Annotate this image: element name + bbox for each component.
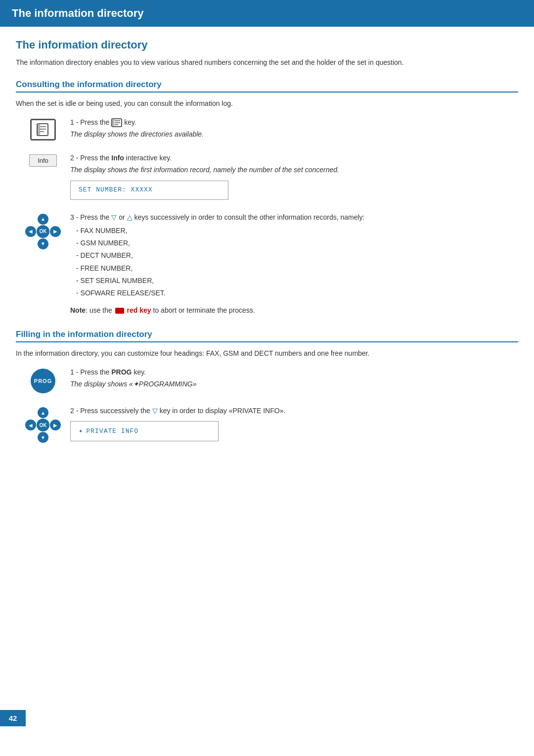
page-header: The information directory bbox=[0, 0, 534, 27]
step-3-or: or bbox=[119, 213, 125, 221]
step-3-icon-area: ▲ ▼ ◀ ▶ OK bbox=[16, 212, 70, 249]
nav-pad-inner-2: ▲ ▼ ◀ ▶ OK bbox=[25, 407, 61, 443]
filling-step-2-text: 2 - Press successively the ▽ key in orde… bbox=[70, 405, 518, 441]
page-title: The information directory bbox=[16, 39, 518, 51]
step-1-key bbox=[111, 118, 124, 126]
step-2-key-suffix: interactive key. bbox=[126, 154, 172, 162]
arrow-down-icon-2: ▽ bbox=[152, 405, 158, 416]
nav-up-button-2[interactable]: ▲ bbox=[38, 407, 48, 418]
step-2-icon-area: Info bbox=[16, 152, 70, 167]
navigation-pad-2: ▲ ▼ ◀ ▶ OK bbox=[25, 407, 61, 443]
record-fax: - FAX NUMBER, bbox=[76, 225, 518, 237]
note-suffix: to abort or terminate the process. bbox=[153, 306, 255, 314]
note-line: Note: use the red key to abort or termin… bbox=[70, 305, 518, 316]
red-key-icon bbox=[115, 308, 124, 314]
nav-down-button[interactable]: ▼ bbox=[38, 238, 48, 249]
set-number-display: SET NUMBER: XXXXX bbox=[70, 181, 228, 200]
step-1-key-suffix: key. bbox=[124, 118, 136, 126]
nav-down-button-2[interactable]: ▼ bbox=[38, 432, 48, 443]
nav-left-button[interactable]: ◀ bbox=[25, 226, 36, 237]
record-serial: - SET SERIAL NUMBER, bbox=[76, 275, 518, 287]
filling-step-1-icon: PROG bbox=[16, 367, 70, 393]
step-2-text: 2 - Press the Info interactive key. The … bbox=[70, 152, 518, 200]
record-dect: - DECT NUMBER, bbox=[76, 249, 518, 262]
header-title: The information directory bbox=[12, 7, 143, 19]
nav-left-button-2[interactable]: ◀ bbox=[25, 420, 36, 430]
svg-rect-6 bbox=[112, 119, 114, 127]
step-1-prefix: 1 - Press the bbox=[70, 118, 109, 126]
filling-heading: Filling in the information directory bbox=[16, 330, 518, 342]
intro-text: The information directory enables you to… bbox=[16, 57, 518, 68]
consulting-heading: Consulting the information directory bbox=[16, 80, 518, 93]
navigation-pad: ▲ ▼ ◀ ▶ OK bbox=[25, 214, 61, 249]
nav-ok-button[interactable]: OK bbox=[37, 225, 49, 238]
nav-ok-button-2[interactable]: OK bbox=[37, 419, 49, 431]
step-1-text: 1 - Press the key. The display shows the… bbox=[70, 117, 518, 140]
step-2-prefix: 2 - Press the bbox=[70, 154, 109, 162]
step-1-italic: The display shows the directories availa… bbox=[70, 129, 518, 140]
prog-key-button[interactable]: PROG bbox=[31, 369, 55, 393]
page-number: 42 bbox=[9, 714, 17, 722]
step-2-italic: The display shows the first information … bbox=[70, 164, 518, 175]
filling-intro: In the information directory, you can cu… bbox=[16, 348, 518, 359]
filling-step-1-italic: The display shows «✦PROGRAMMING» bbox=[70, 378, 518, 389]
note-label: Note bbox=[70, 306, 86, 314]
fill-step1-suffix: key. bbox=[134, 368, 146, 376]
step-3-prefix: 3 - Press the bbox=[70, 213, 109, 221]
filling-step-2-icon: ▲ ▼ ◀ ▶ OK bbox=[16, 405, 70, 443]
directory-key-icon bbox=[30, 119, 56, 141]
fill-step2-suffix: key in order to display «PRIVATE INFO». bbox=[160, 407, 286, 415]
nav-pad-inner: ▲ ▼ ◀ ▶ OK bbox=[25, 214, 61, 249]
nav-up-button[interactable]: ▲ bbox=[38, 214, 48, 225]
info-key-button[interactable]: Info bbox=[29, 154, 57, 167]
filling-step-1-text: 1 - Press the PROG key. The display show… bbox=[70, 367, 518, 390]
fill-step2-prefix: 2 - Press successively the bbox=[70, 407, 150, 415]
filling-step-2-line: 2 - Press successively the ▽ key in orde… bbox=[70, 405, 518, 416]
nav-right-button[interactable]: ▶ bbox=[50, 226, 61, 237]
filling-step-1-line: 1 - Press the PROG key. bbox=[70, 367, 518, 378]
svg-rect-1 bbox=[38, 124, 40, 136]
arrow-down-icon: ▽ bbox=[111, 212, 117, 223]
step-2-key-bold: Info bbox=[111, 154, 126, 162]
book-icon bbox=[36, 123, 50, 137]
book-key-inline bbox=[111, 118, 122, 127]
arrow-up-icon: △ bbox=[127, 212, 133, 223]
filling-step-2-row: ▲ ▼ ◀ ▶ OK 2 - Press successively the ▽ … bbox=[16, 405, 518, 443]
record-software: - SOFWARE RELEASE/SET. bbox=[76, 287, 518, 299]
filling-step-1-row: PROG 1 - Press the PROG key. The display… bbox=[16, 367, 518, 393]
note-text: : use the bbox=[86, 306, 114, 314]
red-key-label: red key bbox=[125, 306, 153, 314]
record-free: - FREE NUMBER, bbox=[76, 262, 518, 275]
step-3-text: 3 - Press the ▽ or △ keys successively i… bbox=[70, 212, 518, 316]
private-info-icon: ✦ bbox=[79, 425, 83, 436]
step-3-row: ▲ ▼ ◀ ▶ OK 3 - Press the ▽ or △ keys suc… bbox=[16, 212, 518, 316]
step-3-block: 3 - Press the ▽ or △ keys successively i… bbox=[70, 212, 518, 223]
fill-step1-prefix: 1 - Press the bbox=[70, 368, 109, 376]
page-number-tab: 42 bbox=[0, 710, 26, 726]
fill-prog-bold: PROG bbox=[111, 368, 134, 376]
records-list: - FAX NUMBER, - GSM NUMBER, - DECT NUMBE… bbox=[76, 225, 518, 299]
step-1-row: 1 - Press the key. The display shows the… bbox=[16, 117, 518, 141]
nav-right-button-2[interactable]: ▶ bbox=[50, 420, 61, 430]
step-1-icon-area bbox=[16, 117, 70, 141]
private-info-text: PRIVATE INFO bbox=[86, 427, 138, 435]
record-gsm: - GSM NUMBER, bbox=[76, 237, 518, 249]
step-3-suffix: keys successively in order to consult th… bbox=[134, 213, 364, 221]
main-content: The information directory The informatio… bbox=[0, 27, 534, 474]
consulting-intro: When the set is idle or being used, you … bbox=[16, 98, 518, 109]
step-2-row: Info 2 - Press the Info interactive key.… bbox=[16, 152, 518, 200]
private-info-display: ✦PRIVATE INFO bbox=[70, 421, 219, 441]
